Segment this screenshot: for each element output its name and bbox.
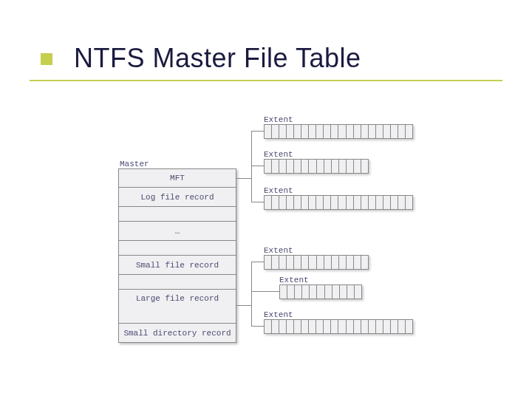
extent-cell — [324, 320, 331, 333]
extent-bar — [279, 284, 362, 299]
mft-row-label: Small file record — [136, 261, 219, 270]
connector-line — [251, 202, 264, 202]
extent-cell — [287, 285, 295, 299]
extent-cell — [272, 160, 279, 173]
extent-bar — [264, 195, 413, 210]
extent-cell — [339, 160, 347, 173]
extent-cell — [279, 320, 287, 333]
extent-cell — [338, 196, 346, 209]
connector-line — [251, 166, 264, 166]
extent-cell — [325, 285, 332, 299]
extent-cell — [354, 320, 361, 333]
mft-row-blank — [118, 207, 236, 222]
extent-cell — [354, 196, 361, 209]
extent-cell — [272, 320, 279, 333]
extent-cell — [361, 256, 368, 269]
extent-cell — [301, 196, 309, 209]
extent-cell — [398, 320, 406, 333]
extent-cell — [302, 285, 310, 299]
extent-label: Extent — [264, 115, 293, 124]
extent-cell — [383, 320, 391, 333]
connector-line — [236, 305, 251, 306]
title-bullet-icon — [41, 53, 52, 65]
extent-cell — [317, 285, 324, 299]
mft-row-label: MFT — [170, 174, 185, 183]
extent-cell — [398, 196, 406, 209]
extent-cell — [287, 125, 294, 138]
extent-cell — [295, 285, 302, 299]
mft-row-label: Log file record — [140, 193, 214, 202]
extent-cell — [309, 125, 316, 138]
extent-cell — [265, 196, 272, 209]
extent-cell — [347, 285, 355, 299]
mft-row-large-file: Large file record — [118, 290, 236, 324]
extent-cell — [391, 125, 398, 138]
extent-cell — [265, 125, 272, 138]
extent-cell — [376, 196, 383, 209]
extent-cell — [361, 196, 369, 209]
extent-cell — [406, 125, 412, 138]
extent-cell — [265, 256, 272, 269]
extent-cell — [361, 125, 369, 138]
extent-cell — [279, 160, 287, 173]
extent-cell — [376, 320, 383, 333]
extent-cell — [398, 125, 406, 138]
extent-cell — [338, 320, 346, 333]
extent-cell — [338, 125, 346, 138]
extent-cell — [376, 125, 383, 138]
extent-cell — [265, 320, 272, 333]
connector-line — [251, 291, 279, 292]
connector-line — [251, 131, 264, 132]
extent-cell — [272, 125, 279, 138]
extent-bar — [264, 159, 369, 174]
extent-cell — [272, 196, 279, 209]
extent-cell — [369, 320, 376, 333]
mft-row-small-file: Small file record — [118, 256, 236, 275]
extent-cell — [279, 196, 287, 209]
extent-cell — [317, 256, 324, 269]
extent-cell — [339, 256, 347, 269]
mft-row-mft: MFT — [118, 168, 236, 188]
extent-cell — [301, 256, 309, 269]
extent-cell — [332, 160, 339, 173]
extent-cell — [265, 160, 272, 173]
extent-cell — [332, 285, 340, 299]
extent-cell — [287, 160, 294, 173]
extent-cell — [287, 320, 294, 333]
extent-cell — [347, 256, 354, 269]
connector-line — [251, 262, 264, 262]
extent-cell — [383, 196, 391, 209]
mft-row-label: … — [175, 227, 180, 236]
extent-cell — [301, 125, 309, 138]
extent-label: Extent — [264, 186, 293, 195]
extent-cell — [324, 256, 332, 269]
extent-cell — [369, 196, 376, 209]
extent-cell — [294, 125, 301, 138]
mft-row-ellipsis: … — [118, 222, 236, 241]
extent-cell — [406, 196, 412, 209]
extent-bar — [264, 255, 369, 270]
extent-cell — [294, 160, 301, 173]
extent-cell — [391, 196, 398, 209]
extent-cell — [294, 320, 301, 333]
extent-cell — [287, 196, 294, 209]
connector-line — [251, 131, 252, 202]
extent-cell — [301, 160, 309, 173]
title-underline — [30, 80, 502, 81]
extent-label: Extent — [264, 150, 293, 159]
extent-cell — [294, 256, 301, 269]
extent-cell — [309, 196, 316, 209]
extent-cell — [316, 196, 324, 209]
extent-cell — [354, 256, 361, 269]
mft-table: MFT Log file record … Small file record … — [118, 168, 236, 343]
mft-row-blank — [118, 241, 236, 256]
connector-line — [251, 262, 252, 327]
extent-cell — [347, 196, 354, 209]
extent-cell — [309, 160, 316, 173]
extent-cell — [324, 160, 332, 173]
extent-cell — [294, 196, 301, 209]
extent-cell — [331, 196, 338, 209]
extent-bar — [264, 319, 413, 334]
extent-cell — [279, 256, 287, 269]
extent-cell — [331, 320, 338, 333]
